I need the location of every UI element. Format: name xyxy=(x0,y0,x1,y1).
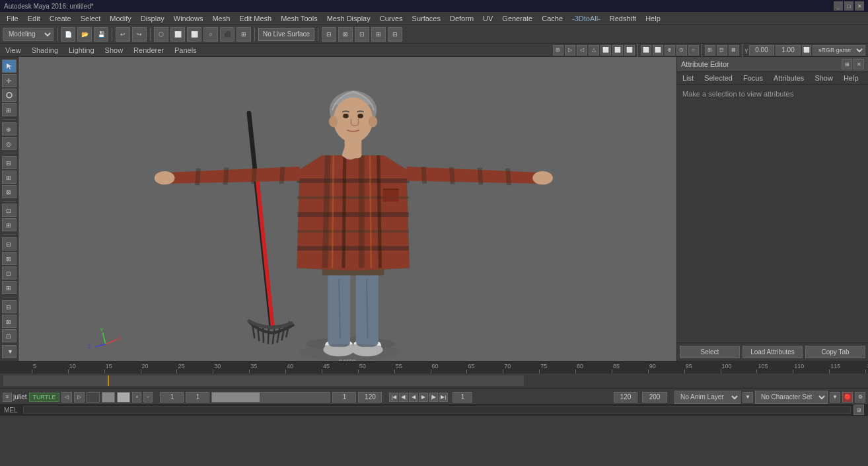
menu-display[interactable]: Display xyxy=(137,13,168,24)
tool-btn4[interactable]: ⊞ xyxy=(371,27,386,42)
viewport-icon-btn8[interactable]: ⬜ xyxy=(641,45,651,56)
tool-btn5[interactable]: ⊟ xyxy=(388,27,402,42)
tool-btn1[interactable]: ⊟ xyxy=(322,27,336,42)
maximize-button[interactable]: □ xyxy=(844,1,853,11)
char-set-menu-btn[interactable]: ▼ xyxy=(830,392,840,403)
viewport-icon-btn3[interactable]: ◁ xyxy=(577,45,587,56)
sym-select-btn[interactable]: ⬛ xyxy=(220,27,235,42)
settings-btn[interactable]: ⚙ xyxy=(855,392,865,403)
script-editor-btn[interactable]: ⊞ xyxy=(853,405,864,415)
menu-edit-mesh[interactable]: Edit Mesh xyxy=(235,13,275,24)
frame-counter-input[interactable] xyxy=(452,392,472,403)
menu-mesh-tools[interactable]: Mesh Tools xyxy=(277,13,321,24)
attr-panel-layout-btn[interactable]: ⊞ xyxy=(842,59,852,69)
menu-modify[interactable]: Modify xyxy=(106,13,135,24)
attr-panel-close-btn[interactable]: ✕ xyxy=(853,59,864,69)
menu-mesh-display[interactable]: Mesh Display xyxy=(323,13,375,24)
curve-btn2[interactable]: ⊠ xyxy=(2,252,17,265)
turtle-btn[interactable]: TURTLE xyxy=(29,393,60,402)
snap-to-curve-btn[interactable]: ⊞ xyxy=(2,171,17,184)
play-back-btn[interactable]: ◀ xyxy=(409,393,418,402)
menu-uv[interactable]: UV xyxy=(479,13,497,24)
prev-keyframe-btn[interactable]: ◁ xyxy=(61,392,72,403)
tool-btn3[interactable]: ⊡ xyxy=(355,27,369,42)
select-tool-btn[interactable] xyxy=(2,59,17,73)
move-tool-btn[interactable]: ✛ xyxy=(2,74,17,87)
snap-to-point-btn[interactable]: ⊠ xyxy=(2,185,17,198)
curve-btn1[interactable]: ⊟ xyxy=(2,237,17,251)
menu-help[interactable]: Help xyxy=(641,13,665,24)
menu-file[interactable]: File xyxy=(3,13,22,24)
layer-swatch-3[interactable] xyxy=(117,392,130,403)
anim-layer-menu-btn[interactable]: ▼ xyxy=(742,392,753,403)
timeline-ruler[interactable]: 5101520253035404550556065707580859095100… xyxy=(0,362,868,373)
current-frame-input[interactable] xyxy=(186,392,209,403)
snap-to-grid-btn[interactable]: ⊟ xyxy=(2,156,17,169)
curve-btn4[interactable]: ⊞ xyxy=(2,281,17,294)
keyframe-range-bar[interactable] xyxy=(211,392,330,403)
artisan-btn[interactable]: ⊞ xyxy=(2,218,17,231)
select-by-component-btn[interactable]: ⬡ xyxy=(154,27,168,42)
menu-mesh[interactable]: Mesh xyxy=(208,13,234,24)
add-layer-btn[interactable]: + xyxy=(132,392,141,403)
char-set-select[interactable]: No Character Set xyxy=(755,391,828,404)
tool-btn2[interactable]: ⊠ xyxy=(338,27,353,42)
playback-end-input[interactable] xyxy=(614,392,637,403)
layer-swatch-1[interactable] xyxy=(87,392,100,403)
panel-tab-view[interactable]: View xyxy=(0,45,26,56)
playback-current-input[interactable] xyxy=(332,392,356,403)
viewport-icon-btn5[interactable]: ⬜ xyxy=(600,45,611,56)
soft-select-btn[interactable]: ○ xyxy=(203,27,218,42)
menu-edit[interactable]: Edit xyxy=(24,13,44,24)
anim-layer-select[interactable]: No Anim Layer xyxy=(674,391,741,404)
mode-selector[interactable]: Modeling Rigging Animation FX Rendering xyxy=(3,28,54,41)
exposure-input[interactable] xyxy=(776,45,801,56)
menu-redshift[interactable]: Redshift xyxy=(606,13,640,24)
panel-tab-show[interactable]: Show xyxy=(100,45,129,56)
play-fwd-btn[interactable]: ▶ xyxy=(419,393,428,402)
viewport-icon-btn14[interactable]: ⊟ xyxy=(717,45,727,56)
attr-tab-focus[interactable]: Focus xyxy=(738,72,768,84)
new-file-btn[interactable]: 📄 xyxy=(61,27,75,42)
viewport-icon-btn6[interactable]: ⬜ xyxy=(612,45,623,56)
step-fwd-btn[interactable]: |▶ xyxy=(429,393,438,402)
display-mode-btn[interactable]: ⬜ xyxy=(802,45,811,56)
panel-tab-renderer[interactable]: Renderer xyxy=(128,45,169,56)
undo-btn[interactable]: ↩ xyxy=(116,27,130,42)
attr-tab-show[interactable]: Show xyxy=(809,72,838,84)
attr-tab-help[interactable]: Help xyxy=(838,72,864,84)
panel-tab-lighting[interactable]: Lighting xyxy=(63,45,100,56)
copy-tab-btn[interactable]: Copy Tab xyxy=(805,346,865,358)
viewport-icon-btn12[interactable]: ○ xyxy=(688,45,699,56)
paint-select-btn[interactable]: ⬜ xyxy=(187,27,201,42)
viewport-icon-btn9[interactable]: ⬜ xyxy=(653,45,663,56)
select-btn[interactable]: Select xyxy=(680,346,740,358)
auto-key-btn[interactable]: 🔴 xyxy=(842,392,853,403)
menu-select[interactable]: Select xyxy=(77,13,105,24)
extra-btn1[interactable]: ⊟ xyxy=(2,300,17,313)
menu-windows[interactable]: Windows xyxy=(170,13,207,24)
viewport-icon-btn1[interactable]: ⊞ xyxy=(553,45,563,56)
extra-btn2[interactable]: ⊠ xyxy=(2,315,17,328)
viewport-icon-btn13[interactable]: ⊞ xyxy=(705,45,715,56)
go-to-start-btn[interactable]: |◀ xyxy=(389,393,398,402)
universal-manip-btn[interactable]: ⊕ xyxy=(2,122,17,136)
menu-cache[interactable]: Cache xyxy=(538,13,567,24)
viewport-icon-btn11[interactable]: ⊙ xyxy=(676,45,687,56)
viewport-icon-btn15[interactable]: ⊠ xyxy=(729,45,739,56)
curve-btn3[interactable]: ⊡ xyxy=(2,266,17,280)
gamma-input[interactable] xyxy=(749,45,774,56)
panel-tab-panels[interactable]: Panels xyxy=(169,45,202,56)
start-frame-input[interactable] xyxy=(160,392,184,403)
minimize-button[interactable]: _ xyxy=(834,1,843,11)
attr-tab-list[interactable]: List xyxy=(677,72,699,84)
open-file-btn[interactable]: 📂 xyxy=(77,27,92,42)
attr-tab-attributes[interactable]: Attributes xyxy=(768,72,809,84)
no-live-surface-btn[interactable]: No Live Surface xyxy=(258,28,314,41)
load-attributes-btn[interactable]: Load Attributes xyxy=(742,346,803,358)
layer-options-btn[interactable]: ≡ xyxy=(3,393,12,402)
save-file-btn[interactable]: 💾 xyxy=(94,27,108,42)
layer-swatch-2[interactable] xyxy=(102,392,115,403)
lasso-select-btn[interactable]: ⬜ xyxy=(170,27,185,42)
panel-tab-shading[interactable]: Shading xyxy=(26,45,63,56)
